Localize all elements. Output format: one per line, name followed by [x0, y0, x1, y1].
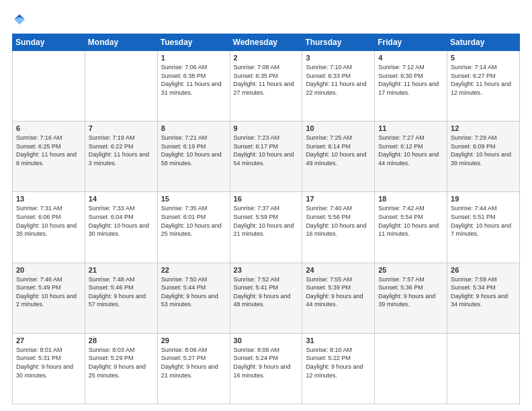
calendar-day-cell: 27Sunrise: 8:01 AM Sunset: 5:31 PM Dayli…: [13, 333, 85, 404]
day-info: Sunrise: 8:01 AM Sunset: 5:31 PM Dayligh…: [16, 346, 81, 379]
day-number: 4: [378, 54, 443, 62]
day-number: 24: [306, 266, 371, 274]
day-info: Sunrise: 7:52 AM Sunset: 5:41 PM Dayligh…: [234, 275, 299, 309]
calendar-day-cell: 16Sunrise: 7:37 AM Sunset: 5:59 PM Dayli…: [230, 192, 302, 263]
calendar-header-row: SundayMondayTuesdayWednesdayThursdayFrid…: [13, 34, 520, 51]
day-number: 19: [451, 195, 516, 203]
calendar-day-cell: 19Sunrise: 7:44 AM Sunset: 5:51 PM Dayli…: [447, 192, 520, 263]
day-info: Sunrise: 7:10 AM Sunset: 6:33 PM Dayligh…: [306, 63, 371, 97]
day-number: 14: [89, 195, 154, 203]
day-number: 21: [89, 266, 154, 274]
day-number: 11: [378, 124, 443, 132]
calendar-week-row: 27Sunrise: 8:01 AM Sunset: 5:31 PM Dayli…: [13, 333, 520, 404]
calendar-day-cell: 13Sunrise: 7:31 AM Sunset: 6:06 PM Dayli…: [13, 192, 85, 263]
day-info: Sunrise: 7:42 AM Sunset: 5:54 PM Dayligh…: [378, 204, 443, 238]
calendar-week-row: 6Sunrise: 7:16 AM Sunset: 6:25 PM Daylig…: [13, 122, 520, 192]
day-info: Sunrise: 7:55 AM Sunset: 5:39 PM Dayligh…: [306, 275, 371, 309]
calendar-week-row: 20Sunrise: 7:46 AM Sunset: 5:49 PM Dayli…: [13, 263, 520, 333]
day-info: Sunrise: 7:31 AM Sunset: 6:06 PM Dayligh…: [16, 204, 81, 238]
day-info: Sunrise: 7:06 AM Sunset: 6:38 PM Dayligh…: [161, 63, 226, 97]
day-number: 29: [161, 336, 226, 345]
weekday-header: Friday: [375, 34, 447, 51]
day-number: 25: [378, 266, 443, 274]
day-info: Sunrise: 7:33 AM Sunset: 6:04 PM Dayligh…: [89, 204, 154, 238]
weekday-header: Wednesday: [230, 34, 302, 51]
calendar-day-cell: 7Sunrise: 7:19 AM Sunset: 6:22 PM Daylig…: [85, 122, 157, 192]
day-number: 28: [89, 336, 154, 345]
calendar-day-cell: 24Sunrise: 7:55 AM Sunset: 5:39 PM Dayli…: [302, 263, 375, 333]
day-info: Sunrise: 7:25 AM Sunset: 6:14 PM Dayligh…: [306, 134, 371, 167]
logo-icon: [12, 12, 27, 27]
day-info: Sunrise: 8:03 AM Sunset: 5:29 PM Dayligh…: [89, 346, 154, 379]
day-info: Sunrise: 7:12 AM Sunset: 6:30 PM Dayligh…: [378, 63, 443, 97]
day-number: 27: [16, 336, 81, 345]
day-info: Sunrise: 7:59 AM Sunset: 5:34 PM Dayligh…: [451, 275, 516, 309]
weekday-header: Saturday: [447, 34, 520, 51]
calendar-day-cell: 4Sunrise: 7:12 AM Sunset: 6:30 PM Daylig…: [375, 51, 447, 122]
calendar-day-cell: 8Sunrise: 7:21 AM Sunset: 6:19 PM Daylig…: [157, 122, 230, 192]
day-number: 17: [306, 195, 371, 203]
weekday-header: Monday: [85, 34, 157, 51]
day-info: Sunrise: 7:21 AM Sunset: 6:19 PM Dayligh…: [161, 134, 226, 167]
day-info: Sunrise: 7:48 AM Sunset: 5:46 PM Dayligh…: [89, 275, 154, 309]
day-info: Sunrise: 7:57 AM Sunset: 5:36 PM Dayligh…: [378, 275, 443, 309]
day-info: Sunrise: 7:29 AM Sunset: 6:09 PM Dayligh…: [451, 134, 516, 167]
day-info: Sunrise: 7:40 AM Sunset: 5:56 PM Dayligh…: [306, 204, 371, 238]
day-number: 5: [451, 54, 516, 62]
calendar-day-cell: [13, 51, 85, 122]
day-info: Sunrise: 7:23 AM Sunset: 6:17 PM Dayligh…: [234, 134, 299, 167]
calendar-week-row: 1Sunrise: 7:06 AM Sunset: 6:38 PM Daylig…: [13, 51, 520, 122]
day-number: 8: [161, 124, 226, 132]
calendar-day-cell: 10Sunrise: 7:25 AM Sunset: 6:14 PM Dayli…: [302, 122, 375, 192]
day-number: 15: [161, 195, 226, 203]
day-number: 10: [306, 124, 371, 132]
day-info: Sunrise: 8:10 AM Sunset: 5:22 PM Dayligh…: [306, 346, 371, 379]
day-info: Sunrise: 7:37 AM Sunset: 5:59 PM Dayligh…: [234, 204, 299, 238]
calendar-day-cell: 26Sunrise: 7:59 AM Sunset: 5:34 PM Dayli…: [447, 263, 520, 333]
day-info: Sunrise: 8:06 AM Sunset: 5:27 PM Dayligh…: [161, 346, 226, 379]
calendar-day-cell: 14Sunrise: 7:33 AM Sunset: 6:04 PM Dayli…: [85, 192, 157, 263]
day-number: 18: [378, 195, 443, 203]
calendar-day-cell: 11Sunrise: 7:27 AM Sunset: 6:12 PM Dayli…: [375, 122, 447, 192]
day-number: 16: [234, 195, 299, 203]
calendar-day-cell: 31Sunrise: 8:10 AM Sunset: 5:22 PM Dayli…: [302, 333, 375, 404]
day-info: Sunrise: 7:19 AM Sunset: 6:22 PM Dayligh…: [89, 134, 154, 167]
day-number: 30: [234, 336, 299, 345]
calendar-day-cell: 3Sunrise: 7:10 AM Sunset: 6:33 PM Daylig…: [302, 51, 375, 122]
day-number: 7: [89, 124, 154, 132]
calendar-day-cell: 18Sunrise: 7:42 AM Sunset: 5:54 PM Dayli…: [375, 192, 447, 263]
calendar-day-cell: 23Sunrise: 7:52 AM Sunset: 5:41 PM Dayli…: [230, 263, 302, 333]
day-info: Sunrise: 7:46 AM Sunset: 5:49 PM Dayligh…: [16, 275, 81, 309]
calendar-day-cell: 17Sunrise: 7:40 AM Sunset: 5:56 PM Dayli…: [302, 192, 375, 263]
page: SundayMondayTuesdayWednesdayThursdayFrid…: [0, 0, 532, 411]
day-number: 2: [234, 54, 299, 62]
calendar-day-cell: 20Sunrise: 7:46 AM Sunset: 5:49 PM Dayli…: [13, 263, 85, 333]
calendar-day-cell: 21Sunrise: 7:48 AM Sunset: 5:46 PM Dayli…: [85, 263, 157, 333]
day-number: 12: [451, 124, 516, 132]
day-info: Sunrise: 7:50 AM Sunset: 5:44 PM Dayligh…: [161, 275, 226, 309]
day-info: Sunrise: 7:35 AM Sunset: 6:01 PM Dayligh…: [161, 204, 226, 238]
calendar-day-cell: [85, 51, 157, 122]
day-number: 13: [16, 195, 81, 203]
day-number: 20: [16, 266, 81, 274]
calendar-table: SundayMondayTuesdayWednesdayThursdayFrid…: [12, 34, 520, 404]
day-info: Sunrise: 7:16 AM Sunset: 6:25 PM Dayligh…: [16, 134, 81, 167]
day-number: 23: [234, 266, 299, 274]
calendar-week-row: 13Sunrise: 7:31 AM Sunset: 6:06 PM Dayli…: [13, 192, 520, 263]
calendar-day-cell: 12Sunrise: 7:29 AM Sunset: 6:09 PM Dayli…: [447, 122, 520, 192]
day-number: 31: [306, 336, 371, 345]
day-info: Sunrise: 8:08 AM Sunset: 5:24 PM Dayligh…: [234, 346, 299, 379]
calendar-day-cell: [375, 333, 447, 404]
calendar-day-cell: 22Sunrise: 7:50 AM Sunset: 5:44 PM Dayli…: [157, 263, 230, 333]
calendar-day-cell: 5Sunrise: 7:14 AM Sunset: 6:27 PM Daylig…: [447, 51, 520, 122]
day-number: 3: [306, 54, 371, 62]
calendar-day-cell: 25Sunrise: 7:57 AM Sunset: 5:36 PM Dayli…: [375, 263, 447, 333]
calendar-day-cell: 2Sunrise: 7:08 AM Sunset: 6:35 PM Daylig…: [230, 51, 302, 122]
day-info: Sunrise: 7:44 AM Sunset: 5:51 PM Dayligh…: [451, 204, 516, 238]
day-number: 9: [234, 124, 299, 132]
calendar-day-cell: 6Sunrise: 7:16 AM Sunset: 6:25 PM Daylig…: [13, 122, 85, 192]
day-number: 26: [451, 266, 516, 274]
day-number: 1: [161, 54, 226, 62]
calendar-day-cell: 29Sunrise: 8:06 AM Sunset: 5:27 PM Dayli…: [157, 333, 230, 404]
header: [12, 12, 520, 27]
